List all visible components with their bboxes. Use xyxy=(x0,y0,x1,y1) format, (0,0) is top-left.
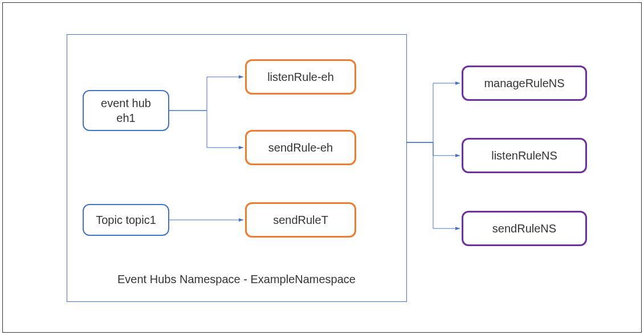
eventhub-node: event hub eh1 xyxy=(83,90,169,131)
namespace-label: Event Hubs Namespace - ExampleNamespace xyxy=(114,273,359,286)
send-rule-eh-node: sendRule-eh xyxy=(245,130,356,165)
send-rule-ns-node: sendRuleNS xyxy=(462,211,587,246)
topic-node: Topic topic1 xyxy=(83,204,169,236)
manage-rule-ns-node: manageRuleNS xyxy=(462,66,587,101)
listen-rule-eh-node: listenRule-eh xyxy=(245,59,356,95)
send-rule-t-node: sendRuleT xyxy=(245,202,356,238)
listen-rule-ns-node: listenRuleNS xyxy=(462,138,587,173)
